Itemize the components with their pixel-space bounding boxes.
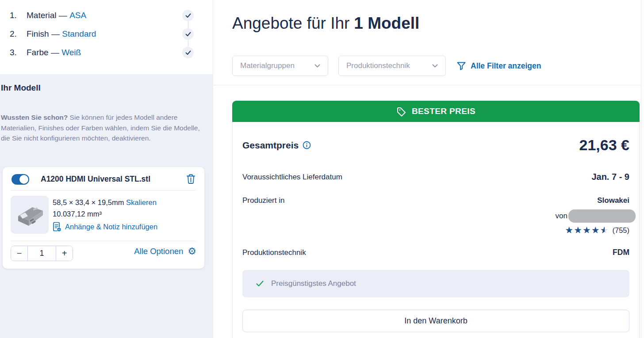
delivery-date-label: Voraussichtliches Lieferdatum [242, 173, 342, 182]
star-icon: ★ [583, 225, 591, 235]
total-price-row: Gesamtpreis 21,63 € [242, 137, 629, 154]
model-thumbnail [11, 196, 49, 234]
chevron-down-icon [432, 64, 438, 68]
add-to-cart-button[interactable]: In den Warenkorb [242, 310, 629, 332]
total-price-label: Gesamtpreis [242, 140, 299, 151]
production-technique-row: Produktionstechnik FDM [242, 248, 629, 257]
step-label: Finish — Standard [27, 29, 96, 39]
best-offer-note-text: Preisgünstigstes Angebot [271, 279, 356, 288]
model-enabled-toggle[interactable] [12, 174, 29, 185]
card-divider [11, 190, 196, 190]
scrollbar-track[interactable] [641, 0, 641, 338]
model-volume: 10.037,12 mm³ [53, 210, 102, 218]
step-label: Farbe — Weiß [27, 48, 81, 57]
material-groups-dropdown[interactable]: Materialgruppen [232, 56, 328, 76]
step-color-check-icon [182, 47, 194, 58]
note-attachment-icon [53, 222, 61, 232]
production-technique-value: FDM [613, 248, 629, 257]
scale-link[interactable]: Skalieren [126, 198, 157, 206]
model-filename: A1200 HDMI Universal STL.stl [41, 175, 150, 184]
produced-in-label: Produziert in [242, 196, 284, 205]
your-model-heading: Ihr Modell [1, 83, 41, 93]
rating-count: (755) [612, 226, 629, 235]
content-divider [213, 85, 641, 85]
produced-in-value: Slowakei [597, 196, 629, 205]
step-label: Material — ASA [27, 11, 86, 20]
step-number: 2. [10, 29, 17, 39]
offers-main-panel: Angebote für Ihr1 Modell Materialgruppen… [213, 0, 641, 338]
all-filters-link[interactable]: Alle Filter anzeigen [471, 61, 541, 71]
step-number: 1. [10, 11, 17, 20]
produced-in-row: Produziert in Slowakei [242, 196, 629, 205]
step-finish-check-icon [182, 28, 194, 40]
delete-model-icon[interactable] [186, 174, 196, 184]
seller-name-redacted [568, 209, 636, 223]
best-price-offer-card: BESTER PREIS Gesamtpreis 21,63 € Vorauss… [232, 101, 640, 338]
attachments-note-row[interactable]: Anhänge & Notiz hinzufügen [53, 222, 157, 232]
delivery-date-row: Voraussichtliches Lieferdatum Jan. 7 - 9 [242, 172, 629, 182]
seller-rating-row[interactable]: ★★★★★★ (755) [565, 225, 629, 235]
production-technique-dropdown[interactable]: Produktionstechnik [338, 56, 446, 76]
best-price-badge: BESTER PREIS [232, 101, 640, 122]
steps-panel: 1. Material — ASA 2. Finish — Standard 3… [0, 0, 213, 74]
all-options-link[interactable]: Alle Optionen [134, 247, 183, 256]
model-dimensions: 58,5 × 33,4 × 19,5mm [53, 198, 124, 206]
star-icon: ★ [591, 225, 600, 235]
quantity-decrease-button[interactable]: − [11, 246, 27, 261]
badge-label: BESTER PREIS [412, 106, 475, 116]
step-material-check-icon [182, 10, 194, 21]
chevron-down-icon [314, 64, 320, 68]
delivery-date-value: Jan. 7 - 9 [591, 172, 629, 182]
quantity-increase-button[interactable]: + [56, 246, 73, 261]
quantity-stepper: − 1 + [11, 246, 73, 261]
step-finish-value-link[interactable]: Standard [62, 29, 96, 38]
configurator-sidebar: 1. Material — ASA 2. Finish — Standard 3… [0, 0, 213, 338]
model-dimensions-line: 58,5 × 33,4 × 19,5mm Skalieren [53, 198, 157, 207]
filter-funnel-icon [457, 62, 466, 70]
all-options-row[interactable]: Alle Optionen ⚙ [134, 247, 196, 256]
info-icon[interactable] [303, 141, 311, 149]
step-color-value-link[interactable]: Weiß [61, 48, 81, 57]
green-check-icon [256, 281, 264, 287]
total-price-value: 21,63 € [579, 137, 629, 154]
all-filters-row[interactable]: Alle Filter anzeigen [457, 61, 541, 71]
toggle-knob [19, 175, 28, 184]
step-number: 3. [10, 48, 17, 57]
gear-icon: ⚙ [188, 247, 196, 256]
page-title: Angebote für Ihr1 Modell [232, 14, 419, 33]
best-offer-note-banner: Preisgünstigstes Angebot [242, 270, 629, 297]
seller-prefix: von [556, 212, 567, 220]
filter-bar: Materialgruppen Produktionstechnik Alle … [232, 56, 541, 76]
model-card-header: A1200 HDMI Universal STL.stl [3, 167, 204, 190]
star-rating: ★★★★★★ [565, 225, 609, 235]
star-icon: ★ [574, 225, 583, 235]
star-icon: ★ [565, 225, 574, 235]
price-tag-icon [396, 106, 406, 117]
quantity-value[interactable]: 1 [27, 246, 56, 261]
step-material-value-link[interactable]: ASA [69, 11, 86, 20]
production-technique-label: Produktionstechnik [242, 248, 306, 257]
did-you-know-tip: Wussten Sie schon? Sie können für jedes … [1, 112, 202, 144]
model-card: A1200 HDMI Universal STL.stl [3, 167, 204, 269]
star-half-icon: ★★ [600, 225, 609, 235]
card-divider [11, 241, 196, 241]
attachments-note-link[interactable]: Anhänge & Notiz hinzufügen [65, 223, 157, 231]
seller-row: von [556, 209, 636, 223]
